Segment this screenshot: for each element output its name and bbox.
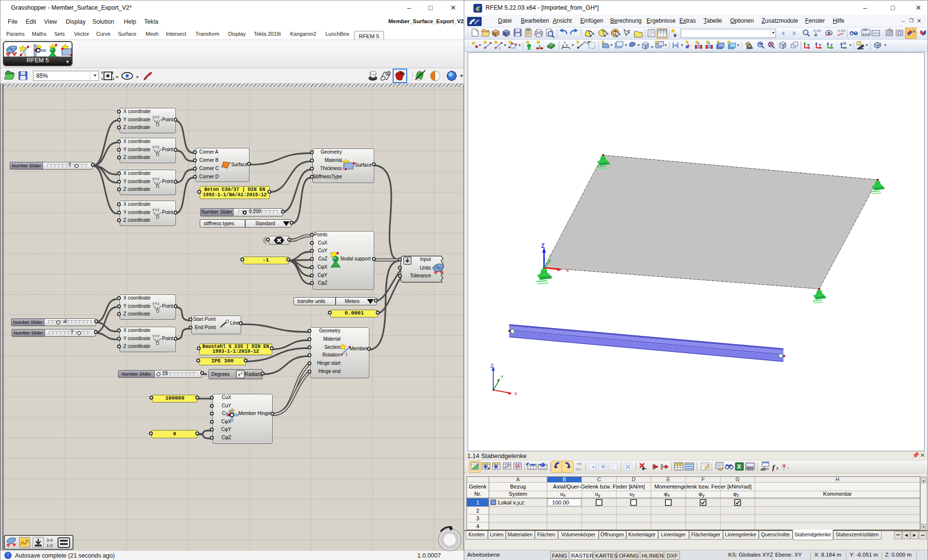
svg-text:Axial/Quer-Gelenk bzw. Feder [: Axial/Quer-Gelenk bzw. Feder [kN/m]: [553, 484, 645, 489]
svg-text:x: x: [776, 465, 779, 471]
svg-text:ab=: ab=: [761, 466, 769, 472]
svg-text:x: x: [786, 465, 789, 470]
svg-text:C: C: [597, 476, 601, 482]
svg-text:X.XX: X.XX: [813, 29, 821, 32]
svg-text:Z: Z: [490, 363, 494, 369]
svg-text:Δ: Δ: [708, 42, 710, 45]
svg-text:System: System: [509, 491, 527, 497]
svg-text:E: E: [666, 476, 670, 482]
svg-text:A: A: [516, 476, 520, 482]
svg-text:H: H: [836, 476, 840, 482]
svg-text:x: x: [564, 41, 566, 44]
svg-text:G: G: [736, 476, 740, 482]
svg-text:U: U: [843, 41, 846, 45]
svg-text:Δ: Δ: [697, 42, 700, 45]
svg-text:Nr.: Nr.: [474, 491, 482, 497]
svg-text:X: X: [807, 43, 810, 47]
svg-text:Z: Z: [541, 243, 545, 249]
svg-text:Momentengelenk bzw. Feder [kNm: Momentengelenk bzw. Feder [kNm/rad]: [654, 484, 751, 489]
svg-text:X.XX: X.XX: [838, 29, 845, 32]
svg-text:f: f: [772, 463, 776, 471]
svg-text:I: I: [346, 352, 347, 357]
svg-text:s: s: [241, 371, 243, 374]
svg-text:I: I: [499, 46, 500, 50]
svg-text:F: F: [701, 476, 705, 482]
svg-text:Gelenk: Gelenk: [469, 484, 487, 489]
svg-text:3›4: 3›4: [46, 538, 53, 543]
svg-text:4: 4: [476, 523, 480, 529]
svg-text:Y: Y: [548, 254, 551, 259]
svg-text:2: 2: [476, 508, 479, 514]
svg-text:xx: xx: [583, 41, 587, 44]
svg-text:100.00: 100.00: [552, 500, 569, 505]
svg-text:1: 1: [476, 500, 479, 505]
svg-text:+: +: [628, 29, 630, 33]
svg-text:＋: ＋: [590, 463, 596, 470]
svg-text:3: 3: [476, 516, 479, 521]
svg-text:Bezug: Bezug: [510, 484, 526, 489]
svg-text:+: +: [487, 466, 490, 471]
svg-text:D: D: [632, 476, 635, 482]
svg-text:x: x: [515, 391, 517, 396]
svg-text::: :: [611, 463, 613, 470]
svg-text:5: 5: [476, 6, 479, 12]
svg-text:Z: Z: [830, 43, 833, 47]
svg-text:B: B: [562, 476, 566, 482]
svg-text:1›2: 1›2: [46, 543, 53, 548]
svg-text:Y: Y: [501, 374, 503, 379]
svg-text:✳: ✳: [601, 463, 605, 470]
svg-text:Y: Y: [819, 43, 822, 47]
svg-text:Lokal x,y,z: Lokal x,y,z: [498, 500, 524, 505]
svg-text:Kommentar: Kommentar: [823, 491, 852, 497]
svg-text:X: X: [737, 463, 741, 470]
svg-text:x: x: [566, 267, 569, 273]
